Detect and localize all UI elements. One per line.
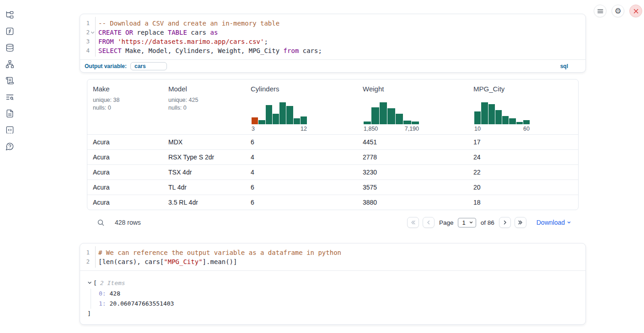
- output-item-value: 20.060747663551403: [109, 300, 174, 307]
- chevrons-left-icon: [410, 220, 416, 225]
- output-variable-input[interactable]: [130, 62, 167, 70]
- output-item-index: 1:: [99, 300, 106, 307]
- line-number: 2: [80, 28, 90, 37]
- output-list-item: 0: 428: [99, 289, 578, 299]
- documentation-icon[interactable]: [5, 109, 14, 118]
- sql-cell: 1-- Download a CSV and create an in-memo…: [80, 14, 586, 73]
- language-badge[interactable]: sql: [560, 63, 568, 69]
- hamburger-menu-icon: [597, 8, 604, 15]
- output-list: 0: 4281: 20.060747663551403: [91, 289, 578, 309]
- code-text: CREATE OR replace TABLE cars as: [98, 28, 218, 37]
- histogram-bar: [252, 117, 258, 124]
- variables-icon[interactable]: [5, 27, 14, 36]
- table-cell: TL 4dr: [163, 184, 245, 191]
- column-name: MPG_City: [473, 85, 504, 93]
- download-button[interactable]: Download: [537, 219, 571, 226]
- column-stat: unique: 425: [168, 97, 198, 103]
- output-item-value: 428: [109, 290, 120, 297]
- next-page-button[interactable]: [499, 217, 511, 228]
- histogram-bar: [301, 116, 307, 124]
- column-stat: nulls: 0: [168, 105, 187, 111]
- shutdown-button[interactable]: [629, 5, 642, 17]
- table-cell: TSX 4dr: [163, 169, 245, 176]
- output-tree-header[interactable]: [ 2 Items: [87, 279, 578, 286]
- column-header-cylinders[interactable]: Cylinders312: [245, 79, 357, 134]
- fold-spacer: [90, 19, 95, 28]
- page-select[interactable]: 1: [458, 218, 476, 227]
- dependencies-icon[interactable]: [5, 60, 14, 69]
- last-page-button[interactable]: [515, 217, 526, 228]
- table-cell: 24: [468, 153, 578, 161]
- column-name: Make: [93, 85, 110, 93]
- table-cell: 18: [468, 199, 578, 206]
- line-number: 3: [80, 37, 90, 46]
- column-header-model[interactable]: Modelunique: 425nulls: 0: [163, 79, 245, 134]
- histogram-bars: [364, 102, 419, 124]
- table-cell: 17: [468, 138, 578, 146]
- menu-button[interactable]: [594, 5, 606, 17]
- table-cell: Acura: [87, 138, 163, 146]
- histogram-bar: [495, 110, 502, 124]
- output-variable-label: Output variable:: [85, 63, 127, 69]
- first-page-button[interactable]: [407, 217, 419, 228]
- python-code-editor[interactable]: 1# We can reference the output variable …: [80, 243, 585, 270]
- gutter-divider: [95, 246, 96, 268]
- histogram-bar: [273, 114, 279, 124]
- table-row[interactable]: AcuraRSX Type S 2dr4277824: [87, 149, 578, 164]
- table-cell: 3575: [357, 184, 468, 191]
- code-line[interactable]: 1# We can reference the output variable …: [80, 248, 585, 257]
- help-icon[interactable]: [5, 142, 14, 151]
- python-cell: 1# We can reference the output variable …: [80, 243, 586, 325]
- table-row[interactable]: AcuraTL 4dr6357520: [87, 180, 578, 195]
- output-list-item: 1: 20.060747663551403: [99, 299, 578, 309]
- column-name: Weight: [363, 85, 384, 93]
- file-explorer-icon[interactable]: [5, 11, 14, 19]
- sql-code-editor[interactable]: 1-- Download a CSV and create an in-memo…: [80, 14, 585, 59]
- histogram-axis-labels: 312: [252, 126, 307, 132]
- line-number: 4: [80, 46, 90, 55]
- histogram-bar: [474, 111, 481, 124]
- fold-spacer: [90, 37, 95, 46]
- fold-spacer: [90, 257, 95, 266]
- table-row[interactable]: AcuraTSX 4dr4323022: [87, 164, 578, 180]
- previous-page-button[interactable]: [423, 217, 435, 228]
- chevron-down-icon: [469, 220, 473, 225]
- page-total: of 86: [481, 219, 494, 226]
- chevron-down-icon: [567, 220, 571, 225]
- column-name: Cylinders: [251, 85, 279, 93]
- search-button[interactable]: [97, 219, 105, 227]
- column-header-weight[interactable]: Weight1,8507,190: [357, 79, 468, 134]
- histogram-min-label: 1,850: [364, 126, 378, 132]
- column-stat: nulls: 0: [93, 105, 111, 111]
- output-tree: [ 2 Items 0: 4281: 20.060747663551403 ]: [87, 279, 578, 317]
- code-text: SELECT Make, Model, Cylinders, Weight, M…: [98, 46, 322, 55]
- column-header-mpg_city[interactable]: MPG_City1060: [468, 79, 578, 134]
- settings-button[interactable]: ⚙: [612, 5, 624, 17]
- logs-icon[interactable]: [5, 93, 14, 101]
- table-cell: Acura: [87, 184, 163, 191]
- code-line[interactable]: 1-- Download a CSV and create an in-memo…: [80, 19, 585, 28]
- code-line[interactable]: 2[len(cars), cars["MPG_City"].mean()]: [80, 257, 585, 266]
- table-cell: 6: [245, 199, 357, 206]
- code-line[interactable]: 4SELECT Make, Model, Cylinders, Weight, …: [80, 46, 585, 55]
- table-row[interactable]: Acura3.5 RL 4dr6388018: [87, 195, 578, 210]
- histogram-min-label: 3: [252, 126, 255, 132]
- table-cell: 3880: [357, 199, 468, 206]
- snippets-icon[interactable]: [5, 126, 14, 134]
- code-text: [len(cars), cars["MPG_City"].mean()]: [98, 257, 237, 266]
- code-line[interactable]: 3FROM 'https://datasets.marimo.app/cars.…: [80, 37, 585, 46]
- histogram-bar: [488, 104, 495, 124]
- datasources-icon[interactable]: [5, 43, 14, 52]
- chevron-right-icon: [502, 220, 508, 225]
- histogram-bar: [396, 114, 403, 124]
- code-line[interactable]: 2CREATE OR replace TABLE cars as: [80, 28, 585, 37]
- code-text: FROM 'https://datasets.marimo.app/cars.c…: [98, 37, 268, 46]
- table-row[interactable]: AcuraMDX6445117: [87, 134, 578, 149]
- column-header-make[interactable]: Makeunique: 38nulls: 0: [87, 79, 163, 134]
- dataframe-table: Makeunique: 38nulls: 0Modelunique: 425nu…: [87, 79, 579, 210]
- items-count: 2 Items: [100, 280, 125, 286]
- line-number: 2: [80, 257, 90, 266]
- scratchpad-icon[interactable]: [5, 76, 14, 85]
- histogram-cylinders: 312: [252, 102, 307, 132]
- fold-spacer: [90, 46, 95, 55]
